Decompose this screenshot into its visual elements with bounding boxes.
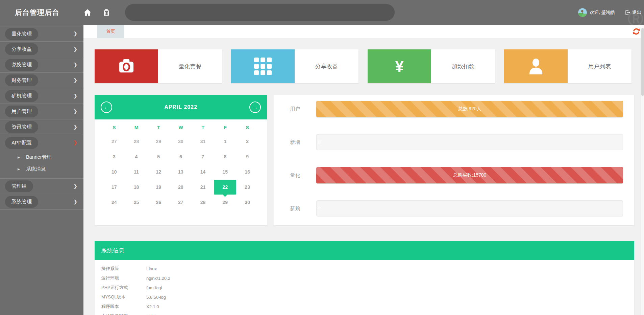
calendar-day[interactable]: 4 — [125, 149, 148, 164]
calendar-day[interactable]: 16 — [236, 164, 258, 179]
chevron-right-icon: ❯ — [73, 93, 77, 98]
sidebar-item-label: 兑换管理 — [5, 59, 38, 71]
card-add-deduct-funds[interactable]: ¥ 加款扣款 — [368, 49, 495, 83]
sidebar-item-news[interactable]: 资讯管理 ❯ — [0, 119, 83, 135]
calendar-day[interactable]: 30 — [236, 195, 258, 210]
calendar-next-button[interactable]: → — [249, 102, 261, 113]
trash-icon[interactable] — [102, 8, 111, 17]
sidebar-submenu-app-config: ▶ Banner管理 ▶ 系统消息 — [0, 151, 83, 179]
triangle-right-icon: ▶ — [18, 167, 20, 171]
sidebar-item-finance[interactable]: 财务管理 ❯ — [0, 73, 83, 88]
calendar-day[interactable]: 22 — [214, 179, 236, 195]
scrollbar-thumb[interactable] — [641, 28, 644, 96]
user-icon — [504, 49, 568, 83]
calendar-day[interactable]: 6 — [170, 149, 192, 164]
sidebar: 量化管理 ❯ 分享收益 ❯ 兑换管理 ❯ 财务管理 ❯ 矿机管理 ❯ 用户管理 … — [0, 25, 83, 315]
topbar: 后台管理后台 Ⓡ 欢迎, 盛鸿皓 — [0, 0, 644, 25]
calendar-day[interactable]: 5 — [147, 149, 170, 164]
sidebar-item-users[interactable]: 用户管理 ❯ — [0, 104, 83, 119]
app-title: 后台管理后台 — [15, 0, 59, 25]
sys-value: 50M — [146, 314, 155, 315]
calendar-day[interactable]: 31 — [192, 134, 214, 149]
calendar-day[interactable]: 29 — [214, 195, 236, 210]
logout-button[interactable]: 退出 — [625, 9, 641, 16]
chevron-right-icon: ❯ — [73, 77, 77, 83]
calendar-day[interactable]: 13 — [170, 164, 192, 179]
calendar-day[interactable]: 28 — [192, 195, 214, 210]
dow-label: F — [214, 125, 237, 130]
panels-row: ← APRIL 2022 → S M T W T F S 27282930311… — [95, 95, 634, 225]
stat-label: 新增 — [274, 139, 316, 145]
avatar[interactable] — [578, 8, 587, 17]
chevron-right-icon: ❯ — [73, 62, 77, 67]
chevron-right-icon: ❯ — [73, 183, 77, 189]
table-row: MYSQL版本 5.6.50-log — [101, 292, 634, 302]
sidebar-subitem-system-message[interactable]: ▶ 系统消息 — [0, 163, 83, 175]
system-info-panel: 系统信息 操作系统 Linux 运行环境 nginx/1.20.2 PHP运行方… — [95, 241, 634, 315]
logout-label: 退出 — [632, 9, 641, 16]
stat-row-new-users: 新增 新 — [274, 134, 623, 150]
calendar-day[interactable]: 27 — [103, 134, 125, 149]
calendar-day[interactable]: 23 — [236, 179, 258, 195]
calendar-day[interactable]: 27 — [170, 195, 192, 210]
sidebar-item-label: 用户管理 — [5, 106, 38, 117]
dow-label: W — [170, 125, 192, 130]
calendar-day[interactable]: 7 — [192, 149, 214, 164]
sidebar-item-app-config[interactable]: APP配置 ❯ — [0, 135, 83, 151]
sidebar-item-system[interactable]: 系统管理 ❯ — [0, 194, 83, 210]
table-row: 操作系统 Linux — [101, 264, 634, 273]
calendar-day[interactable]: 11 — [125, 164, 148, 179]
calendar-day[interactable]: 24 — [103, 195, 125, 210]
calendar-day[interactable]: 19 — [147, 179, 170, 195]
calendar-day[interactable]: 17 — [103, 179, 125, 195]
calendar-day[interactable]: 26 — [147, 195, 170, 210]
calendar-day[interactable]: 14 — [192, 164, 214, 179]
topbar-search-input[interactable] — [125, 4, 395, 21]
sidebar-item-share-income[interactable]: 分享收益 ❯ — [0, 42, 83, 57]
calendar-day[interactable]: 3 — [103, 149, 125, 164]
card-label: 用户列表 — [568, 49, 631, 83]
calendar-day[interactable]: 8 — [214, 149, 236, 164]
calendar-day[interactable]: 9 — [236, 149, 258, 164]
calendar-day[interactable]: 21 — [192, 179, 214, 195]
calendar-day[interactable]: 18 — [125, 179, 148, 195]
sidebar-subitem-banner[interactable]: ▶ Banner管理 — [0, 151, 83, 163]
card-label: 加款扣款 — [431, 49, 495, 83]
card-share-income[interactable]: 分享收益 — [231, 49, 358, 83]
card-user-list[interactable]: 用户列表 — [504, 49, 631, 83]
dow-label: S — [103, 125, 125, 130]
sidebar-item-admin-group[interactable]: 管理组 ❯ — [0, 179, 83, 194]
sidebar-item-label: 矿机管理 — [5, 90, 38, 102]
sidebar-item-label: 系统管理 — [5, 196, 38, 208]
grid-icon — [231, 49, 295, 83]
calendar-prev-button[interactable]: ← — [101, 102, 112, 113]
sidebar-item-exchange[interactable]: 兑换管理 ❯ — [0, 57, 83, 73]
calendar-day[interactable]: 1 — [214, 134, 236, 149]
calendar-day[interactable]: 15 — [214, 164, 236, 179]
calendar-selected-day: 22 — [214, 180, 236, 195]
home-icon[interactable] — [83, 8, 92, 17]
sidebar-item-label: 分享收益 — [5, 43, 38, 55]
scrollbar[interactable] — [641, 25, 644, 315]
refresh-icon[interactable] — [632, 27, 640, 36]
logout-icon — [625, 10, 630, 15]
tab-home[interactable]: 首页 — [97, 25, 124, 38]
sidebar-subitem-label: 系统消息 — [26, 166, 46, 172]
sys-label: 运行环境 — [101, 275, 146, 281]
calendar-day[interactable]: 28 — [125, 134, 148, 149]
calendar-day[interactable]: 12 — [147, 164, 170, 179]
tabbar: 首页 — [83, 25, 644, 38]
calendar-day[interactable]: 20 — [170, 179, 192, 195]
sidebar-item-quant[interactable]: 量化管理 ❯ — [0, 26, 83, 42]
calendar-day[interactable]: 29 — [147, 134, 170, 149]
calendar-day[interactable]: 2 — [236, 134, 258, 149]
dow-label: T — [192, 125, 214, 130]
stat-label: 新购 — [274, 205, 316, 212]
sidebar-item-miner[interactable]: 矿机管理 ❯ — [0, 88, 83, 104]
calendar-day[interactable]: 10 — [103, 164, 125, 179]
card-quant-package[interactable]: 量化套餐 — [95, 49, 222, 83]
calendar-day[interactable]: 30 — [170, 134, 192, 149]
progress-bar-value: 总购买数:15700 — [453, 172, 487, 178]
card-label: 分享收益 — [295, 49, 358, 83]
calendar-day[interactable]: 25 — [125, 195, 148, 210]
